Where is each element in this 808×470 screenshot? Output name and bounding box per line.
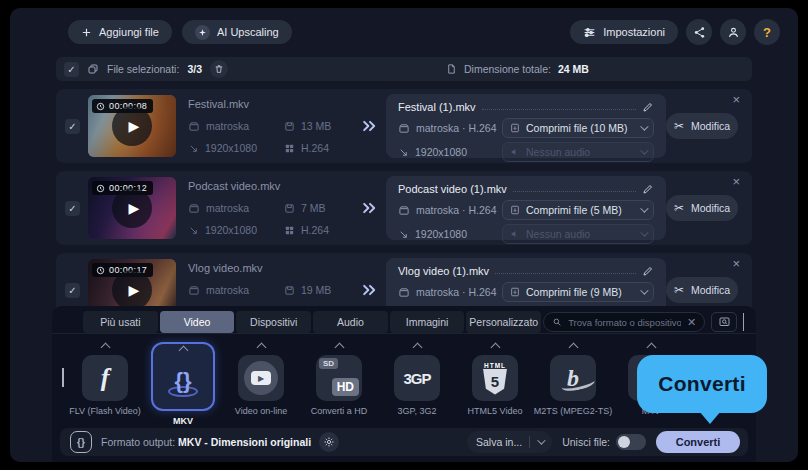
search-input[interactable] (568, 317, 681, 328)
scroll-left-button[interactable] (62, 368, 64, 386)
clock-icon (96, 184, 105, 193)
share-button[interactable] (686, 19, 712, 45)
trash-icon (214, 64, 224, 74)
ai-upscaling-label: AI Upscaling (217, 26, 279, 38)
remove-file-button[interactable]: × (732, 175, 740, 188)
video-thumbnail: 00:00:12 ▶ (88, 177, 176, 239)
play-button[interactable]: ▶ (112, 188, 152, 228)
edit-button[interactable]: ✂Modifica (666, 277, 738, 303)
resolution-icon (188, 143, 199, 154)
tab-dispositivi[interactable]: Dispositivi (236, 311, 311, 333)
share-icon (693, 26, 706, 39)
resolution-icon (398, 147, 409, 158)
chevron-left-icon (62, 368, 64, 387)
chevron-up-icon (412, 343, 422, 353)
help-button[interactable]: ? (754, 19, 780, 45)
app-window: Aggiungi file AI Upscaling Impostazioni (10, 8, 798, 462)
edit-button[interactable]: ✂Modifica (666, 113, 738, 139)
select-all-checkbox[interactable]: ✓ (64, 62, 79, 77)
scissors-icon: ✂ (674, 119, 684, 133)
audio-track-dropdown: Nessun audio (502, 142, 654, 162)
chevron-down-icon (537, 436, 545, 444)
tab-immagini[interactable]: Immagini (390, 311, 465, 333)
find-device-button[interactable] (711, 312, 737, 332)
size-icon (284, 203, 295, 214)
output-format-text: Formato output: MKV - Dimensioni origina… (101, 436, 311, 448)
gear-icon (323, 436, 335, 448)
tile-video-online[interactable]: ▶ Video on-line (222, 342, 300, 416)
compress-dropdown[interactable]: Comprimi file (10 MB) (502, 118, 654, 138)
source-filename: Festival.mkv (188, 98, 360, 110)
bluray-icon: b (550, 355, 596, 401)
tab-piu-usati[interactable]: Più usati (83, 311, 158, 333)
row-checkbox[interactable]: ✓ (65, 119, 80, 134)
merge-files-toggle[interactable] (616, 434, 646, 450)
html5-icon: HTML5 (472, 355, 518, 401)
tab-video[interactable]: Video (160, 311, 235, 333)
output-settings-button[interactable] (319, 432, 339, 452)
collapse-panel-button[interactable] (743, 313, 744, 331)
play-icon: ▶ (129, 118, 140, 134)
tile-flv[interactable]: f FLV (Flash Video) (66, 342, 144, 416)
account-button[interactable] (720, 19, 746, 45)
clock-icon (96, 102, 105, 111)
chevron-up-icon (100, 343, 110, 353)
settings-button[interactable]: Impostazioni (570, 20, 678, 44)
toolbar: Aggiungi file AI Upscaling Impostazioni (10, 8, 798, 51)
container-icon (188, 203, 200, 214)
search-icon (552, 317, 562, 327)
tile-html5[interactable]: HTML5 HTML5 Video (456, 342, 534, 416)
clear-search-icon[interactable]: ✕ (687, 316, 696, 329)
speaker-icon (510, 147, 520, 157)
row-checkbox[interactable]: ✓ (65, 201, 80, 216)
tile-m2ts[interactable]: b M2TS (MPEG2-TS) (534, 342, 612, 416)
rename-icon[interactable] (642, 101, 654, 113)
clock-icon (96, 266, 105, 275)
chevron-up-icon (646, 343, 656, 353)
audio-track-dropdown: Nessun audio (502, 224, 654, 244)
tab-audio[interactable]: Audio (313, 311, 388, 333)
tile-mkv[interactable]: {} MKV (144, 342, 222, 426)
play-button[interactable]: ▶ (112, 106, 152, 146)
compress-icon (510, 205, 520, 215)
3gp-icon: 3GP (394, 355, 440, 401)
play-button[interactable]: ▶ (112, 270, 152, 310)
format-search: ✕ (543, 312, 705, 332)
question-icon: ? (763, 25, 771, 40)
chevron-down-icon (743, 313, 744, 331)
source-info: Podcast video.mkv matroska 7 MB 1920x108… (188, 180, 360, 236)
convert-button[interactable]: Converti (656, 431, 740, 453)
tile-converti-hd[interactable]: SDHD Converti a HD (300, 342, 378, 416)
add-file-label: Aggiungi file (99, 26, 159, 38)
sd-hd-icon: SDHD (316, 355, 362, 401)
convert-tooltip: Converti (637, 355, 767, 413)
source-info: Festival.mkv matroska 13 MB 1920x1080 H.… (188, 98, 360, 154)
row-checkbox[interactable]: ✓ (65, 283, 80, 298)
compress-dropdown[interactable]: Comprimi file (9 MB) (502, 282, 654, 302)
delete-files-button[interactable] (210, 60, 228, 78)
save-in-dropdown[interactable]: Salva in... (467, 431, 552, 453)
container-icon (188, 121, 200, 132)
compress-dropdown[interactable]: Comprimi file (5 MB) (502, 200, 654, 220)
scissors-icon: ✂ (674, 201, 684, 215)
resolution-icon (398, 229, 409, 240)
tab-personalizzato[interactable]: Personalizzato (466, 311, 541, 333)
remove-file-button[interactable]: × (732, 93, 740, 106)
output-settings-panel: Festival (1).mkv matroska · H.264 Compri… (386, 94, 666, 158)
output-format-icon: {} (70, 431, 92, 453)
convert-arrow-icon (360, 116, 380, 136)
container-icon (398, 123, 410, 134)
person-icon (727, 26, 740, 39)
remove-file-button[interactable]: × (732, 257, 740, 270)
tile-3gp[interactable]: 3GP 3GP, 3G2 (378, 342, 456, 416)
total-size-value: 24 MB (558, 63, 589, 75)
play-icon: ▶ (129, 200, 140, 216)
codec-icon (284, 225, 295, 236)
add-file-button[interactable]: Aggiungi file (68, 20, 172, 44)
files-selected-label: File selezionati: (107, 63, 179, 75)
edit-button[interactable]: ✂Modifica (666, 195, 738, 221)
rename-icon[interactable] (642, 183, 654, 195)
merge-files: Unisci file: (562, 434, 646, 450)
ai-upscaling-button[interactable]: AI Upscaling (182, 20, 292, 44)
rename-icon[interactable] (642, 265, 654, 277)
